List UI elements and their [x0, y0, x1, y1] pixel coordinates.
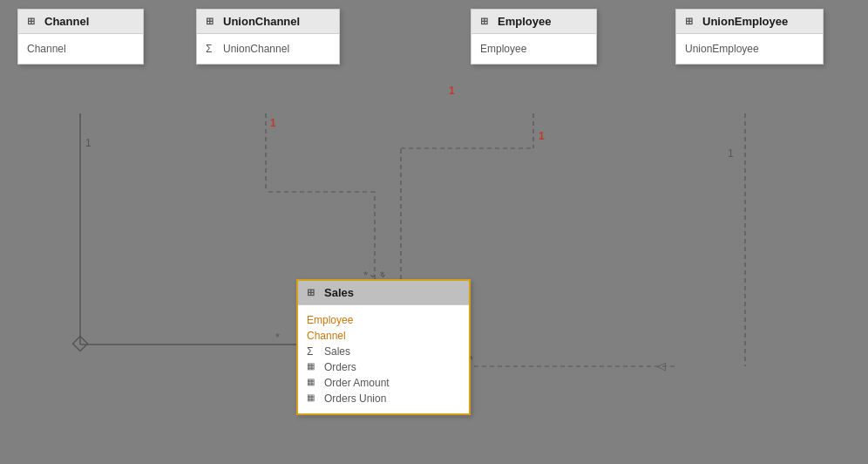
sales-ordersunion-label: Orders Union: [324, 392, 386, 405]
unionchannel-field-label: UnionChannel: [223, 43, 289, 55]
sales-channel-label: Channel: [307, 330, 346, 342]
channel-card: ⊞ Channel Channel: [17, 9, 144, 65]
table-icon-ordersunion: ▦: [307, 392, 319, 405]
unionemployee-field: UnionEmployee: [685, 41, 814, 57]
sales-card: ⊞ Sales Employee Channel Σ Sales ▦ Order…: [296, 279, 471, 415]
channel-field-label: Channel: [27, 43, 66, 55]
sigma-icon-uc: Σ: [206, 43, 218, 55]
channel-card-body: Channel: [18, 34, 143, 64]
unionchannel-card-header: ⊞ UnionChannel: [197, 10, 339, 34]
unionemployee-card-header: ⊞ UnionEmployee: [676, 10, 823, 34]
unionemployee-field-label: UnionEmployee: [685, 43, 759, 55]
table-icon-uc: ⊞: [206, 16, 218, 28]
sales-ordersunion-field: ▦ Orders Union: [307, 391, 460, 406]
unionemployee-card: ⊞ UnionEmployee UnionEmployee: [675, 9, 824, 65]
sales-orders-field: ▦ Orders: [307, 359, 460, 375]
sales-employee-field: Employee: [307, 312, 460, 328]
table-icon-emp: ⊞: [480, 16, 492, 28]
channel-field: Channel: [27, 41, 134, 57]
sales-orderamount-field: ▦ Order Amount: [307, 375, 460, 391]
svg-text:*: *: [275, 331, 280, 344]
sales-sales-field: Σ Sales: [307, 344, 460, 359]
employee-field-label: Employee: [480, 43, 526, 55]
svg-text:1: 1: [270, 117, 276, 129]
unionchannel-title: UnionChannel: [223, 15, 300, 28]
employee-card-header: ⊞ Employee: [471, 10, 596, 34]
unionemployee-card-body: UnionEmployee: [676, 34, 823, 64]
sales-orderamount-label: Order Amount: [324, 377, 390, 389]
sales-orders-label: Orders: [324, 361, 356, 373]
channel-title: Channel: [44, 15, 89, 28]
table-icon-orders: ▦: [307, 361, 319, 373]
unionchannel-field: Σ UnionChannel: [206, 41, 330, 57]
svg-text:1: 1: [728, 147, 734, 160]
table-icon: ⊞: [27, 16, 39, 28]
employee-card-body: Employee: [471, 34, 596, 64]
sales-card-body: Employee Channel Σ Sales ▦ Orders ▦ Orde…: [298, 305, 469, 413]
employee-card: ⊞ Employee Employee: [471, 9, 597, 65]
svg-text:1: 1: [539, 130, 545, 142]
employee-title: Employee: [498, 15, 551, 28]
svg-text:⌄: ⌄: [368, 267, 377, 280]
svg-text:1: 1: [449, 85, 455, 97]
unionchannel-card: ⊞ UnionChannel Σ UnionChannel: [196, 9, 340, 65]
channel-card-header: ⊞ Channel: [18, 10, 143, 34]
sales-channel-field: Channel: [307, 328, 460, 344]
table-icon-orderamount: ▦: [307, 377, 319, 389]
sales-employee-label: Employee: [307, 314, 353, 326]
employee-field: Employee: [480, 41, 587, 57]
sales-sales-label: Sales: [324, 345, 350, 358]
svg-text:1: 1: [85, 137, 92, 149]
svg-rect-5: [73, 337, 88, 351]
svg-text:◁: ◁: [657, 359, 666, 372]
sales-title: Sales: [324, 286, 354, 299]
table-icon-ue: ⊞: [685, 16, 697, 28]
unionemployee-title: UnionEmployee: [702, 15, 788, 28]
sales-card-header: ⊞ Sales: [298, 281, 469, 305]
svg-text:⌄: ⌄: [378, 267, 388, 280]
table-icon-sales: ⊞: [307, 287, 319, 299]
sigma-icon-sales: Σ: [307, 345, 319, 358]
unionchannel-card-body: Σ UnionChannel: [197, 34, 339, 64]
